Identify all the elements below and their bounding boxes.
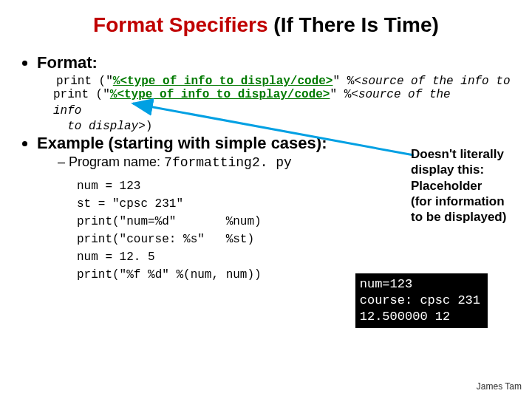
term-line: num=123 xyxy=(360,277,412,291)
code-line: " %st) xyxy=(197,233,254,246)
title-black: (If There Is Time) xyxy=(268,13,439,36)
example-label: Example (starting with simple cases): xyxy=(37,134,327,152)
program-name: 7formatting2. py xyxy=(164,155,292,170)
program-prefix: Program name: xyxy=(69,154,164,169)
format-placeholder: %<type of info to display/code> xyxy=(110,88,330,101)
code-line: print("course: xyxy=(77,233,183,246)
footer-author: James Tam xyxy=(477,381,522,392)
code-line: num = 123 xyxy=(77,180,140,193)
code-line: " %num) xyxy=(169,215,262,228)
format-code-over: print ("%<type of info to display/code>"… xyxy=(53,87,467,135)
code-line: num = 12. 5 xyxy=(77,250,155,264)
annot-line: (for information xyxy=(411,194,523,209)
code-line: print("num= xyxy=(77,215,155,228)
code-part: print (" xyxy=(56,75,113,88)
fmt-spec: %f %d xyxy=(126,268,162,282)
fmt-spec: %d xyxy=(155,215,169,228)
title-red: Format Specifiers xyxy=(93,13,268,36)
format-placeholder: %<type of info to display/code> xyxy=(113,75,333,88)
code-part: " % xyxy=(332,75,354,88)
code-part: " % xyxy=(330,88,351,101)
annot-line: to be displayed) xyxy=(411,209,523,225)
fmt-spec: %s xyxy=(183,233,197,246)
code-line: st = "cpsc 231" xyxy=(77,197,183,211)
slide-title: Format Specifiers (If There Is Time) xyxy=(21,13,511,37)
annotation-box: Doesn't literally display this: Placehol… xyxy=(411,146,523,225)
code-line: print(" xyxy=(77,268,126,282)
terminal-output: num=123 course: cpsc 231 12.500000 12 xyxy=(355,273,488,328)
term-line: 12.500000 12 xyxy=(360,310,450,324)
annot-line: Placeholder xyxy=(411,178,523,194)
term-line: course: cpsc 231 xyxy=(360,293,480,307)
format-label: Format: xyxy=(37,53,98,72)
annot-line: Doesn't literally xyxy=(411,146,523,162)
code-part: print (" xyxy=(53,88,110,101)
slide: Format Specifiers (If There Is Time) For… xyxy=(0,0,532,399)
format-source-2: to display> xyxy=(53,120,146,133)
code-part: ) xyxy=(146,120,153,133)
annot-line: display this: xyxy=(411,162,523,177)
code-line: " %(num, num)) xyxy=(162,268,261,282)
